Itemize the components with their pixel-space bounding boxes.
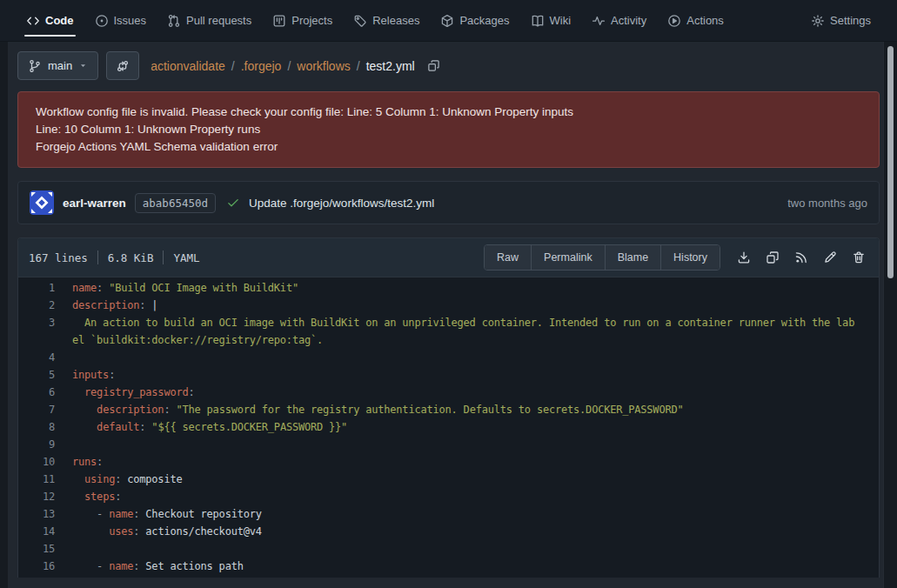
- code-token: -: [72, 560, 109, 572]
- scrollbar-thumb[interactable]: [887, 46, 894, 278]
- stats-divider: [97, 251, 98, 264]
- code-view: 1name: "Build OCI Image with BuildKit"2d…: [18, 277, 879, 578]
- breadcrumb-segment[interactable]: workflows: [297, 59, 350, 73]
- code-token: default: [97, 421, 139, 433]
- avatar[interactable]: [30, 190, 54, 215]
- edit-icon[interactable]: [823, 251, 837, 264]
- line-number[interactable]: 17: [18, 575, 72, 578]
- file-view-panel: 167 lines6.8 KiBYAML RawPermalinkBlameHi…: [17, 237, 880, 578]
- commit-hash-badge[interactable]: abab65450d: [135, 193, 216, 213]
- code-token: :: [133, 508, 145, 520]
- tab-releases[interactable]: Releases: [353, 0, 419, 41]
- line-number[interactable]: 1: [18, 279, 72, 297]
- code-line: el `buildkit:docker://registry/repo:tag`…: [18, 331, 879, 349]
- tab-label: Releases: [372, 14, 419, 27]
- code-token: [72, 421, 97, 433]
- code-token: [72, 525, 109, 538]
- tab-settings[interactable]: Settings: [811, 0, 871, 41]
- tab-issues[interactable]: Issues: [95, 0, 147, 41]
- line-content: description: "The password for the regis…: [72, 401, 684, 418]
- error-banner-line: Line: 10 Column 1: Unknown Property runs: [36, 121, 861, 138]
- file-stat: 167 lines: [29, 251, 88, 264]
- tab-wiki[interactable]: Wiki: [531, 0, 572, 41]
- permalink-button[interactable]: Permalink: [531, 245, 605, 270]
- line-number[interactable]: 12: [18, 488, 72, 505]
- tab-activity[interactable]: Activity: [592, 0, 646, 41]
- branch-name: main: [48, 59, 72, 72]
- line-number[interactable]: 5: [18, 366, 72, 384]
- error-banner-line: Forgejo Actions YAML Schema validation e…: [36, 138, 861, 156]
- code-token: :: [164, 404, 176, 416]
- code-line: 13 - name: Checkout repository: [18, 505, 879, 523]
- line-content: An action to build an OCI image with Bui…: [72, 314, 854, 331]
- code-token: steps: [84, 491, 115, 503]
- code-token: runs: [72, 456, 97, 468]
- line-number[interactable]: 2: [18, 297, 72, 314]
- blame-button[interactable]: Blame: [605, 245, 660, 270]
- line-number[interactable]: 6: [18, 384, 72, 401]
- breadcrumb-current-file: test2.yml: [366, 59, 415, 73]
- line-number[interactable]: 7: [18, 401, 72, 418]
- line-number[interactable]: 15: [18, 540, 72, 558]
- line-number[interactable]: [18, 331, 72, 349]
- code-token: using: [84, 473, 115, 485]
- scrollbar-track: [883, 0, 897, 588]
- code-token: Set actions path: [145, 560, 243, 572]
- code-token: el `buildkit:docker://registry/repo:tag`…: [72, 334, 323, 346]
- gear-icon: [811, 14, 825, 28]
- line-number[interactable]: 9: [18, 436, 72, 453]
- project-icon: [272, 14, 286, 28]
- line-number[interactable]: 4: [18, 349, 72, 366]
- line-number[interactable]: 16: [18, 558, 72, 575]
- line-number[interactable]: 3: [18, 314, 72, 331]
- play-circle-icon: [667, 14, 681, 28]
- download-icon[interactable]: [737, 251, 751, 264]
- commit-status-check-icon[interactable]: [226, 196, 240, 210]
- file-stat: 6.8 KiB: [108, 251, 154, 264]
- branch-selector-button[interactable]: main: [17, 51, 98, 80]
- commit-message[interactable]: Update .forgejo/workflows/test2.yml: [249, 197, 434, 210]
- line-content: description: |: [72, 297, 157, 314]
- history-button[interactable]: History: [660, 245, 720, 270]
- breadcrumb-segment[interactable]: actionvalidate: [151, 59, 225, 73]
- code-line: 3 An action to build an OCI image with B…: [18, 314, 879, 331]
- line-number[interactable]: 11: [18, 471, 72, 488]
- tab-label: Pull requests: [186, 14, 251, 27]
- line-number[interactable]: 8: [18, 418, 72, 436]
- latest-commit-box: earl-warren abab65450d Update .forgejo/w…: [17, 181, 880, 224]
- line-content: runs:: [72, 453, 103, 471]
- file-action-icons: [737, 251, 866, 264]
- tab-label: Settings: [830, 14, 871, 27]
- code-token: [72, 473, 84, 485]
- tab-packages[interactable]: Packages: [440, 0, 509, 41]
- error-banner: Workflow config file is invalid. Please …: [17, 91, 880, 168]
- code-line: 11 using: composite: [18, 471, 879, 488]
- line-number[interactable]: 13: [18, 505, 72, 523]
- repo-tab-bar: CodeIssuesPull requestsProjectsReleasesP…: [0, 0, 897, 42]
- compare-button[interactable]: [106, 51, 139, 80]
- code-token: :: [115, 491, 121, 503]
- delete-icon[interactable]: [852, 251, 866, 264]
- rss-icon[interactable]: [794, 251, 808, 264]
- tab-pull-requests[interactable]: Pull requests: [167, 0, 251, 41]
- tab-projects[interactable]: Projects: [272, 0, 332, 41]
- copy-icon[interactable]: [766, 251, 780, 264]
- code-line: 8 default: "${{ secrets.DOCKER_PASSWORD …: [18, 418, 879, 436]
- stats-divider: [163, 251, 164, 264]
- breadcrumb-segment[interactable]: .forgejo: [241, 59, 282, 73]
- line-number[interactable]: 14: [18, 523, 72, 540]
- code-token: :: [97, 456, 103, 468]
- tab-actions[interactable]: Actions: [667, 0, 724, 41]
- tab-code[interactable]: Code: [26, 0, 74, 41]
- code-token: composite: [127, 473, 182, 485]
- raw-button[interactable]: Raw: [485, 245, 531, 270]
- pulse-icon: [592, 14, 606, 28]
- line-number[interactable]: 10: [18, 453, 72, 471]
- copy-path-icon[interactable]: [427, 59, 440, 72]
- commit-author[interactable]: earl-warren: [63, 197, 126, 210]
- code-token: actions/checkout@v4: [145, 525, 261, 538]
- line-content: uses: actions/checkout@v4: [72, 523, 262, 540]
- code-line: 15: [18, 540, 879, 558]
- issue-icon: [95, 14, 109, 28]
- code-token: "Build OCI Image with BuildKit": [109, 282, 298, 294]
